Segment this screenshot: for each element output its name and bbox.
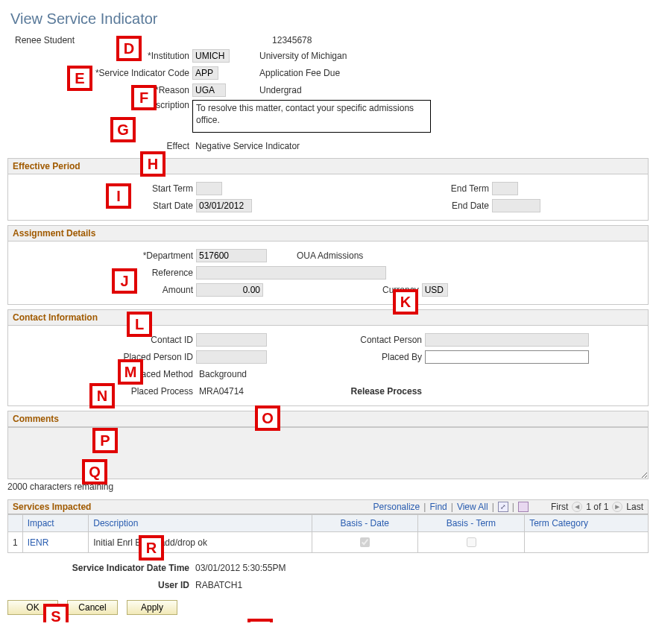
comments-header: Comments xyxy=(7,411,649,427)
reason-input xyxy=(192,83,226,97)
zoom-icon[interactable]: ⤢ xyxy=(498,502,508,512)
page-title: View Service Indicator xyxy=(10,10,649,28)
assignment-header: Assignment Details xyxy=(7,225,649,242)
currency-input xyxy=(422,283,448,297)
grid-first[interactable]: First xyxy=(551,502,568,512)
col-basis-date[interactable]: Basis - Date xyxy=(312,515,417,532)
contact-person-label: Contact Person xyxy=(328,335,425,345)
userid-value: RABATCH1 xyxy=(195,580,242,590)
contact-person-input xyxy=(425,333,589,347)
services-impacted-header: Services Impacted Personalize | Find | V… xyxy=(7,499,649,514)
grid-position: 1 of 1 xyxy=(586,502,608,512)
basis-term-checkbox xyxy=(467,537,476,547)
start-term-input xyxy=(196,182,222,195)
svc-code-input xyxy=(192,66,218,80)
annotation-k: K xyxy=(393,289,418,315)
si-datetime-label: Service Indicator Date Time xyxy=(7,563,192,573)
annotation-h: H xyxy=(140,151,165,177)
col-basis-term[interactable]: Basis - Term xyxy=(417,515,525,532)
institution-display: University of Michigan xyxy=(259,51,347,61)
start-date-label: Start Date xyxy=(11,201,196,211)
col-description[interactable]: Description xyxy=(89,515,312,532)
effect-value: Negative Service Indicator xyxy=(195,141,300,151)
annotation-q: Q xyxy=(82,459,107,484)
institution-input xyxy=(192,49,230,63)
annotation-i: I xyxy=(106,183,131,209)
description-box: To resolve this matter, contact your spe… xyxy=(192,100,431,133)
row-description: Initial Enrl Block-add/drop ok xyxy=(89,532,312,553)
amount-label: Amount xyxy=(11,285,196,295)
basis-date-checkbox xyxy=(360,537,370,547)
apply-button[interactable]: Apply xyxy=(127,600,177,615)
contact-id-input xyxy=(196,333,267,347)
department-display: OUA Admissions xyxy=(297,250,363,261)
col-term-category[interactable]: Term Category xyxy=(525,515,649,532)
effect-row: Effect Negative Service Indicator xyxy=(7,139,649,154)
services-impacted-title: Services Impacted xyxy=(13,502,91,512)
row-num: 1 xyxy=(8,532,23,553)
annotation-e: E xyxy=(67,66,92,91)
reference-label: Reference xyxy=(11,268,196,278)
effective-period-body: Start Term Start Date End Term End Date xyxy=(7,174,649,221)
amount-input xyxy=(196,283,263,297)
annotation-m: M xyxy=(118,359,143,385)
row-basis-term xyxy=(417,532,525,553)
find-link[interactable]: Find xyxy=(429,502,447,512)
placed-process-value: MRA04714 xyxy=(199,386,244,397)
annotation-n: N xyxy=(89,383,115,408)
button-row: OK Cancel Apply xyxy=(7,600,649,615)
svc-code-display: Application Fee Due xyxy=(259,68,340,78)
header-row: Renee Student 12345678 xyxy=(7,35,649,45)
annotation-j: J xyxy=(112,268,137,294)
userid-row: User ID RABATCH1 xyxy=(7,578,649,593)
placed-by-input[interactable] xyxy=(425,350,589,364)
grid-header-row: Impact Description Basis - Date Basis - … xyxy=(8,515,649,532)
end-term-label: End Term xyxy=(328,183,492,194)
effective-period-header: Effective Period xyxy=(7,158,649,174)
col-impact[interactable]: Impact xyxy=(22,515,89,532)
annotation-t: T xyxy=(247,619,273,622)
contact-header: Contact Information xyxy=(7,309,649,326)
assignment-body: Department OUA Admissions Reference Amou… xyxy=(7,242,649,305)
userid-label: User ID xyxy=(7,580,192,590)
description-row: Description To resolve this matter, cont… xyxy=(7,100,649,133)
placed-by-label: Placed By xyxy=(328,352,425,362)
effect-label: Effect xyxy=(7,141,192,151)
cancel-button[interactable]: Cancel xyxy=(67,600,118,615)
institution-row: Institution University of Michigan xyxy=(7,48,649,63)
reference-input xyxy=(196,266,386,280)
reason-display: Undergrad xyxy=(259,85,302,95)
start-date-input xyxy=(196,199,252,212)
prev-icon[interactable]: ◄ xyxy=(572,502,582,512)
view-all-link[interactable]: View All xyxy=(457,502,488,512)
row-term-cat xyxy=(525,532,649,553)
placed-method-label: Placed Method xyxy=(11,369,196,379)
start-term-label: Start Term xyxy=(11,183,196,194)
row-impact[interactable]: IENR xyxy=(22,532,89,553)
download-icon[interactable] xyxy=(518,502,529,512)
annotation-f: F xyxy=(131,85,157,110)
page-container: { "page_title": "View Service Indicator"… xyxy=(7,10,649,615)
release-process-label: Release Process xyxy=(328,386,425,397)
annotation-r: R xyxy=(139,535,164,561)
reason-row: Reason Undergrad xyxy=(7,83,649,98)
grid-toolbar: Personalize | Find | View All | ⤢ | Firs… xyxy=(373,502,643,512)
placed-method-value: Background xyxy=(199,369,247,379)
institution-label: Institution xyxy=(7,51,192,61)
next-icon[interactable]: ► xyxy=(612,502,622,512)
row-basis-date xyxy=(312,532,417,553)
svc-code-label: Service Indicator Code xyxy=(7,68,192,78)
table-row: 1 IENR Initial Enrl Block-add/drop ok xyxy=(8,532,649,553)
reason-label: Reason xyxy=(7,85,192,95)
placed-person-id-input xyxy=(196,350,267,364)
grid-last[interactable]: Last xyxy=(626,502,643,512)
department-label: Department xyxy=(11,250,196,261)
description-label: Description xyxy=(7,100,192,110)
services-impacted-grid: Impact Description Basis - Date Basis - … xyxy=(7,514,649,553)
end-date-label: End Date xyxy=(328,201,492,211)
personalize-link[interactable]: Personalize xyxy=(373,502,420,512)
si-datetime-row: Service Indicator Date Time 03/01/2012 5… xyxy=(7,561,649,575)
placed-person-id-label: Placed Person ID xyxy=(11,352,196,362)
si-datetime-value: 03/01/2012 5:30:55PM xyxy=(195,563,286,573)
annotation-g: G xyxy=(110,117,136,142)
